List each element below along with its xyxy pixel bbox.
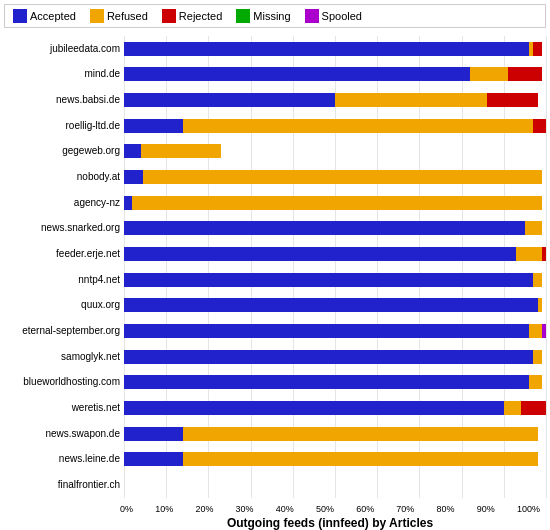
- bar-stack: 88121390: [124, 119, 546, 133]
- bar-segment: [542, 324, 546, 338]
- bar-row: 687564: [124, 322, 546, 341]
- bar-segment: [124, 324, 529, 338]
- bar-segment: [124, 375, 529, 389]
- bar-row: 0: [124, 475, 546, 494]
- chart-container: AcceptedRefusedRejectedMissingSpooled ju…: [0, 0, 550, 530]
- bar-segment: [521, 401, 546, 415]
- legend-color-box: [305, 9, 319, 23]
- bar-row: 88024961: [124, 91, 546, 110]
- x-tick: 100%: [517, 504, 540, 514]
- grid-line: [546, 36, 547, 498]
- bar-segment: [124, 42, 529, 56]
- bar-stack: 2136522: [124, 144, 546, 158]
- bar-segment: [124, 93, 335, 107]
- y-label: news.swapon.de: [4, 424, 120, 443]
- y-label: nntp4.net: [4, 270, 120, 289]
- legend-item: Refused: [90, 9, 148, 23]
- bar-stack: 140939: [124, 427, 546, 441]
- bar-stack: 573349: [124, 401, 546, 415]
- y-label: roellig-ltd.de: [4, 116, 120, 135]
- legend-color-box: [90, 9, 104, 23]
- x-tick: 70%: [396, 504, 414, 514]
- bar-segment: [124, 221, 525, 235]
- chart-area: jubileedata.commind.denews.babsi.deroell…: [0, 32, 550, 502]
- bar-segment: [533, 273, 541, 287]
- y-label: finalfrontier.ch: [4, 475, 120, 494]
- bar-segment: [504, 401, 521, 415]
- bar-segment: [124, 401, 504, 415]
- bar-segment: [132, 196, 541, 210]
- bar-stack: 687564: [124, 324, 546, 338]
- bar-segment: [538, 298, 542, 312]
- bar-segment: [470, 67, 508, 81]
- bar-segment: [525, 221, 542, 235]
- bar-segment: [529, 375, 542, 389]
- bar-stack: 850056: [124, 350, 546, 364]
- x-ticks: 0%10%20%30%40%50%60%70%80%90%100%: [120, 502, 540, 514]
- legend-item: Spooled: [305, 9, 362, 23]
- y-labels: jubileedata.commind.denews.babsi.deroell…: [4, 36, 124, 498]
- x-tick: 50%: [316, 504, 334, 514]
- bar-segment: [533, 119, 546, 133]
- legend-item: Accepted: [13, 9, 76, 23]
- bar-stack: 15651389: [124, 196, 546, 210]
- bar-stack: 8510197: [124, 273, 546, 287]
- legend-label: Refused: [107, 10, 148, 22]
- bar-row: 7553238: [124, 245, 546, 264]
- bar-segment: [124, 298, 538, 312]
- legend-label: Accepted: [30, 10, 76, 22]
- x-title: Outgoing feeds (innfeed) by Articles: [227, 514, 433, 530]
- bar-row: 8792345: [124, 219, 546, 238]
- bar-segment: [124, 119, 183, 133]
- legend: AcceptedRefusedRejectedMissingSpooled: [4, 4, 546, 28]
- bar-segment: [487, 93, 538, 107]
- legend-label: Spooled: [322, 10, 362, 22]
- bar-segment: [335, 93, 487, 107]
- bar-segment: [124, 427, 183, 441]
- legend-item: Missing: [236, 9, 290, 23]
- bar-row: 140939: [124, 424, 546, 443]
- bar-row: 88008397: [124, 39, 546, 58]
- bar-stack: 0: [124, 478, 546, 492]
- bar-stack: 88024961: [124, 93, 546, 107]
- bar-row: 657051: [124, 373, 546, 392]
- y-label: samoglyk.net: [4, 347, 120, 366]
- bar-segment: [508, 67, 542, 81]
- x-axis-area: 0%10%20%30%40%50%60%70%80%90%100% Outgoi…: [0, 502, 550, 530]
- bar-segment: [124, 144, 141, 158]
- bar-row: 85077739: [124, 65, 546, 84]
- legend-color-box: [13, 9, 27, 23]
- y-label: quux.org: [4, 296, 120, 315]
- x-tick: 20%: [195, 504, 213, 514]
- y-label: feeder.erje.net: [4, 245, 120, 264]
- y-label: mind.de: [4, 65, 120, 84]
- y-label: nobody.at: [4, 168, 120, 187]
- bar-segment: [141, 144, 221, 158]
- y-label: agency-nz: [4, 193, 120, 212]
- bar-segment: [124, 350, 533, 364]
- bar-segment: [533, 42, 541, 56]
- bar-stack: 85077739: [124, 67, 546, 81]
- bar-segment: [143, 170, 542, 184]
- x-tick: 90%: [477, 504, 495, 514]
- y-label: weretis.net: [4, 399, 120, 418]
- legend-label: Missing: [253, 10, 290, 22]
- bar-stack: 8677455: [124, 170, 546, 184]
- x-tick: 30%: [236, 504, 254, 514]
- bar-segment: [183, 452, 537, 466]
- bar-row: 872166: [124, 296, 546, 315]
- x-tick: 40%: [276, 504, 294, 514]
- bar-segment: [516, 247, 541, 261]
- bar-segment: [529, 324, 542, 338]
- legend-label: Rejected: [179, 10, 222, 22]
- bar-stack: 88008397: [124, 42, 546, 56]
- bar-stack: 7553238: [124, 247, 546, 261]
- legend-color-box: [236, 9, 250, 23]
- bars-area: 8800839785077739880249618812139021365228…: [124, 36, 546, 498]
- y-label: blueworldhosting.com: [4, 373, 120, 392]
- bar-row: 15651389: [124, 193, 546, 212]
- bar-segment: [124, 273, 533, 287]
- bar-segment: [124, 452, 183, 466]
- x-tick: 60%: [356, 504, 374, 514]
- bar-segment: [124, 247, 516, 261]
